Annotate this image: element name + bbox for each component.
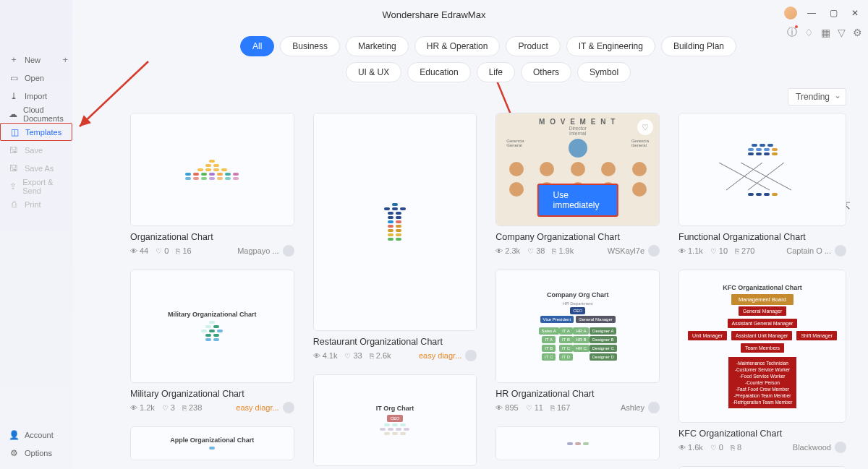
stat-copies: 167 — [550, 403, 570, 412]
sidebar-icon: ⇪ — [9, 181, 17, 192]
sidebar-item-print: ⎙Print — [0, 195, 72, 213]
sidebar-item-label: Account — [25, 431, 54, 439]
sidebar-item-cloud-documents[interactable]: ☁Cloud Documents — [0, 105, 72, 123]
stat-views: 2.3k — [495, 246, 520, 255]
sidebar-item-label: Save As — [25, 164, 54, 173]
sidebar-icon: 🖫 — [9, 145, 19, 155]
author-avatar-icon — [283, 402, 294, 413]
filter-chip-education[interactable]: Education — [407, 62, 470, 82]
template-card[interactable]: Functional Organizational Chart1.1k10270… — [678, 113, 846, 257]
sidebar-icon: ⤓ — [9, 91, 19, 101]
sidebar-icon: 🖫 — [9, 163, 19, 173]
sidebar: ＋New+▭Open⤓Import☁Cloud Documents◫Templa… — [0, 0, 72, 469]
card-author: Captain O ... — [786, 245, 846, 257]
app-title: Wondershare EdrawMax — [383, 9, 486, 20]
sidebar-item-label: Save — [25, 146, 43, 155]
stat-views: 4.1k — [313, 351, 338, 360]
card-title: HR Organizational Chart — [495, 389, 660, 399]
sidebar-item-account[interactable]: 👤Account — [0, 426, 72, 444]
stat-copies: 238 — [182, 403, 202, 412]
sidebar-icon: ⎙ — [9, 199, 19, 210]
card-author: WSKayl7e — [608, 245, 660, 257]
template-card[interactable] — [495, 426, 660, 460]
template-card[interactable] — [678, 466, 846, 469]
sidebar-icon: ▭ — [9, 73, 19, 83]
card-author: easy diagr... — [236, 402, 294, 413]
stat-copies: 8 — [731, 443, 741, 452]
sidebar-item-save-as: 🖫Save As — [0, 159, 72, 177]
sidebar-item-label: New — [25, 56, 41, 64]
filter-chip-all[interactable]: All — [240, 36, 274, 56]
sidebar-icon: 👤 — [9, 430, 19, 440]
card-title: Company Organizational Chart — [495, 232, 660, 242]
sidebar-icon: ⚙ — [9, 448, 19, 458]
stat-likes: 3 — [162, 403, 175, 412]
filter-chip-marketing[interactable]: Marketing — [346, 36, 409, 56]
card-author: Ashley — [621, 402, 660, 413]
stat-likes: 33 — [344, 351, 362, 360]
template-card[interactable]: KFC Organizational ChartManagement Board… — [678, 270, 846, 453]
stat-views: 44 — [130, 246, 148, 255]
sidebar-item-save: 🖫Save — [0, 141, 72, 159]
close-button[interactable]: ✕ — [848, 6, 862, 20]
filter-chip-it-engineering[interactable]: IT & Engineering — [566, 36, 655, 56]
filter-chip-hr-operation[interactable]: HR & Operation — [414, 36, 501, 56]
filter-chip-others[interactable]: Others — [521, 62, 571, 82]
stat-copies: 1.9k — [552, 246, 574, 255]
sidebar-item-label: Import — [25, 92, 47, 100]
template-card[interactable]: M O V E M E N TDirectorInternalGerenciaG… — [495, 113, 660, 257]
template-card[interactable]: Military Organizational ChartMilitary Or… — [130, 270, 294, 413]
sidebar-item-label: Templates — [25, 128, 61, 137]
filter-chip-building-plan[interactable]: Building Plan — [661, 36, 736, 56]
plus-icon[interactable]: + — [62, 54, 68, 65]
avatar[interactable] — [784, 7, 797, 20]
stat-likes: 10 — [710, 246, 728, 255]
author-avatar-icon — [465, 350, 477, 361]
stat-likes: 38 — [527, 246, 545, 255]
sidebar-item-export-send: ⇪Export & Send — [0, 177, 72, 195]
sort-label: Trending — [796, 92, 830, 102]
stat-likes: 0 — [156, 246, 169, 255]
maximize-button[interactable]: ▢ — [826, 6, 841, 20]
template-card[interactable]: Apple Organizational Chart — [130, 426, 294, 460]
sidebar-icon: ＋ — [9, 55, 19, 65]
card-author: easy diagr... — [419, 350, 477, 361]
card-author: Blackwood — [793, 442, 846, 453]
author-avatar-icon — [835, 442, 846, 453]
svg-line-14 — [748, 163, 784, 190]
card-title: Functional Organizational Chart — [678, 232, 846, 242]
minimize-button[interactable]: — — [804, 6, 819, 20]
filter-chip-product[interactable]: Product — [506, 36, 560, 56]
sidebar-item-new[interactable]: ＋New+ — [0, 51, 72, 69]
author-avatar-icon — [648, 402, 660, 413]
card-title: Restaurant Organizational Chart — [313, 337, 477, 347]
sidebar-item-options[interactable]: ⚙Options — [0, 444, 72, 462]
author-avatar-icon — [648, 245, 660, 257]
template-card[interactable]: Organizational Chart44016Magpayo ... — [130, 113, 294, 257]
stat-copies: 16 — [176, 246, 191, 255]
sidebar-icon: ◫ — [9, 127, 20, 137]
stat-views: 895 — [495, 403, 518, 412]
sidebar-item-label: Cloud Documents — [23, 106, 64, 123]
sidebar-item-open[interactable]: ▭Open — [0, 69, 72, 87]
card-title: Military Organizational Chart — [130, 389, 294, 399]
filter-chip-symbol[interactable]: Symbol — [577, 62, 631, 82]
favorite-button[interactable]: ♡ — [637, 119, 653, 135]
template-card[interactable]: Company Org ChartHR DepartmentCEOVice Pr… — [495, 270, 660, 413]
filter-chip-ui-ux[interactable]: UI & UX — [346, 62, 401, 82]
filter-chip-business[interactable]: Business — [280, 36, 340, 56]
stat-likes: 11 — [526, 403, 543, 412]
stat-copies: 2.6k — [370, 351, 391, 360]
card-title: KFC Organizational Chart — [678, 429, 846, 439]
sidebar-item-label: Export & Send — [22, 178, 64, 195]
sidebar-item-templates[interactable]: ◫Templates — [0, 123, 72, 141]
filter-chip-life[interactable]: Life — [477, 62, 515, 82]
stat-views: 1.2k — [130, 403, 155, 412]
sidebar-icon: ☁ — [9, 109, 17, 119]
sort-select[interactable]: Trending — [788, 88, 846, 106]
template-card[interactable]: Restaurant Organizational Chart4.1k332.6… — [313, 113, 477, 361]
use-immediately-button[interactable]: Use immediately — [537, 184, 618, 217]
template-card[interactable]: IT Org ChartCEO — [313, 374, 477, 466]
sidebar-item-label: Options — [25, 449, 52, 457]
sidebar-item-import[interactable]: ⤓Import — [0, 87, 72, 105]
